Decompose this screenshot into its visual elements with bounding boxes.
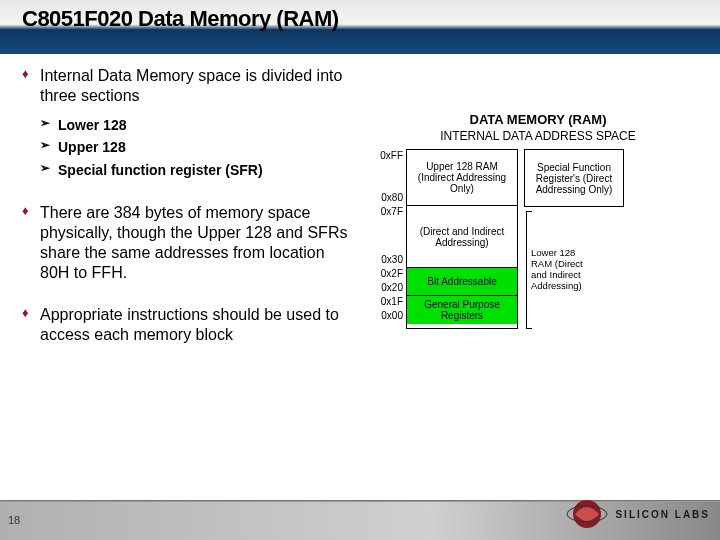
cell-bit-addressable: Bit Addressable bbox=[407, 268, 517, 296]
brand-name: SILICON LABS bbox=[615, 509, 710, 520]
title-bar: C8051F020 Data Memory (RAM) bbox=[0, 0, 720, 54]
page-number: 18 bbox=[8, 514, 20, 526]
bullet-2: There are 384 bytes of memory space phys… bbox=[22, 203, 352, 283]
addr-2f: 0x2F bbox=[372, 267, 403, 281]
diagram-subtitle: INTERNAL DATA ADDRESS SPACE bbox=[372, 129, 704, 143]
footer-bar: 18 SILICON LABS bbox=[0, 502, 720, 540]
addr-20: 0x20 bbox=[372, 281, 403, 295]
sub-bullet-lower128: Lower 128 bbox=[40, 114, 352, 136]
addr-80: 0x80 bbox=[372, 191, 403, 205]
brand-logo: SILICON LABS bbox=[565, 492, 710, 536]
sub-bullet-sfr: Special function register (SFR) bbox=[40, 159, 352, 181]
address-column: 0xFF 0x80 0x7F 0x30 0x2F 0x20 0x1F 0x00 bbox=[372, 149, 406, 323]
sub-bullet-upper128: Upper 128 bbox=[40, 136, 352, 158]
memory-diagram: DATA MEMORY (RAM) INTERNAL DATA ADDRESS … bbox=[372, 112, 704, 329]
addr-1f: 0x1F bbox=[372, 295, 403, 309]
left-memory-stack: Upper 128 RAM (Indirect Addressing Only)… bbox=[406, 149, 518, 329]
bullet-1: Internal Data Memory space is divided in… bbox=[22, 66, 352, 181]
sfr-stack: Special Function Register's (Direct Addr… bbox=[524, 149, 624, 207]
cell-sfr: Special Function Register's (Direct Addr… bbox=[525, 150, 623, 206]
bullet-3: Appropriate instructions should be used … bbox=[22, 305, 352, 345]
addr-ff: 0xFF bbox=[372, 149, 403, 163]
content-area: Internal Data Memory space is divided in… bbox=[22, 66, 352, 367]
addr-7f: 0x7F bbox=[372, 205, 403, 219]
cell-direct-indirect: (Direct and Indirect Addressing) bbox=[407, 206, 517, 268]
cell-gpr: General Purpose Registers bbox=[407, 296, 517, 324]
slide-title: C8051F020 Data Memory (RAM) bbox=[22, 6, 339, 32]
bullet-1-text: Internal Data Memory space is divided in… bbox=[40, 67, 342, 104]
logo-icon bbox=[565, 492, 609, 536]
addr-00: 0x00 bbox=[372, 309, 403, 323]
addr-30: 0x30 bbox=[372, 253, 403, 267]
cell-upper128: Upper 128 RAM (Indirect Addressing Only) bbox=[407, 150, 517, 206]
diagram-title: DATA MEMORY (RAM) bbox=[372, 112, 704, 127]
lower128-label: Lower 128 RAM (Direct and Indirect Addre… bbox=[526, 211, 588, 329]
